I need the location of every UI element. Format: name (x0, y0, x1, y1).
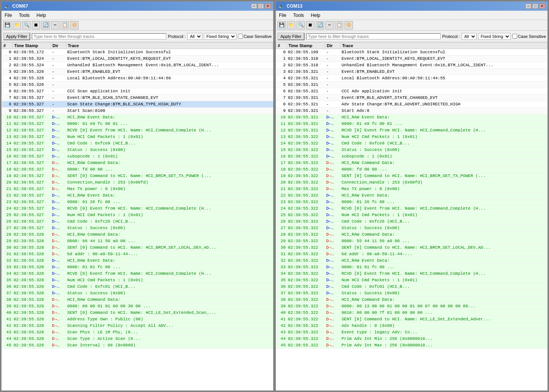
table-row[interactable]: 4102:39:55.322D→…SENT [0] Command to HCI… (276, 316, 547, 323)
case-sensitive-checkbox[interactable] (238, 34, 243, 39)
table-row[interactable]: 1802:39:55.327D→… 0000: fd 00 00 ... (2, 166, 273, 173)
toolbar-icon-2[interactable]: 🔍 (297, 21, 305, 30)
table-row[interactable]: 1202:39:55.321D←…RCVD [0] Event from HCI… (276, 127, 547, 134)
table-row[interactable]: 4002:39:55.322D→… 0010: 00 00 00 7f 01 0… (276, 310, 547, 316)
table-row[interactable]: 3502:39:55.328D←… Num HCI Cmd Packets : … (2, 277, 273, 284)
table-row[interactable]: 102:39:55.318-Event:BTM_LOCAL_IDENTITY_K… (276, 56, 547, 62)
case-sensitive-label[interactable]: Case Sensitive (238, 34, 272, 39)
table-row[interactable]: 202:39:55.324-Unhandled Bluetooth Manage… (2, 62, 273, 69)
table-row[interactable]: 3502:39:55.322D←… Num HCI Cmd Packets : … (276, 277, 547, 284)
table-row[interactable]: 2902:39:55.322D→… 0000: 55 44 11 50 a0 0… (276, 238, 547, 244)
table-row[interactable]: 902:39:55.321-Start Adv:0 (276, 108, 547, 114)
table-row[interactable]: 4402:39:55.328D→… Scan Type : Active Sca… (2, 336, 273, 342)
table-row[interactable]: 2602:39:55.327D←… Cmd Code : 0xfc26 (HCI… (2, 218, 273, 225)
table-row[interactable]: 2902:39:55.328D→… 0000: 66 44 11 50 a0 0… (2, 238, 273, 244)
toolbar-icon-6[interactable]: 📋 (335, 21, 343, 30)
table-row[interactable]: 1402:39:55.322D←… Cmd Code : 0xfce9 (HCI… (276, 140, 547, 147)
table-row[interactable]: 2402:39:55.322D←…RCVD [0] Event from HCI… (276, 205, 547, 212)
table-row[interactable]: 4002:39:55.328D→…SENT [0] Command to HCI… (2, 310, 273, 316)
table-row[interactable]: 3202:39:55.322D←…HCI_RAW Event Data: (276, 258, 547, 264)
filter-input[interactable] (32, 33, 166, 39)
table-row[interactable]: 2802:39:55.322D→…HCI_RAW Command Data: (276, 231, 547, 238)
menu-help[interactable]: Help (35, 12, 48, 18)
table-row[interactable]: 1902:39:55.327D→…SENT [0] Command to HCI… (2, 173, 273, 179)
toolbar-icon-0[interactable]: 💾 (3, 21, 11, 30)
table-row[interactable]: 1402:39:55.327D←… Cmd Code : 0xfce9 (HCI… (2, 140, 273, 147)
table-row[interactable]: 4202:39:55.322D→… Adv handle : 0 (0x00) (276, 323, 547, 329)
table-row[interactable]: 3302:39:55.322D←… 0000: 01 01 fc 00 ... (276, 264, 547, 271)
table-row[interactable]: 4302:39:55.322D→… Event type : legacy Ad… (276, 329, 547, 336)
table-row[interactable]: 2302:39:55.322D←… 0000: 01 26 fc 00 ... (276, 199, 547, 205)
apply-filter-button[interactable]: Apply Filter (277, 33, 305, 40)
table-row[interactable]: 2002:39:55.327D→… Connection_Handle : 25… (2, 179, 273, 186)
filter-input[interactable] (306, 33, 441, 39)
table-row[interactable]: 1102:39:55.321D←… 0000: 01 e9 fc 00 01 .… (276, 121, 547, 127)
table-row[interactable]: 4102:39:55.328D→… Address Type Own : Pub… (2, 316, 273, 323)
table-row[interactable]: 2102:39:55.327D→… Max TX power : 0 (0x00… (2, 186, 273, 192)
table-row[interactable]: 4502:39:55.328D→… Scan Interval : 96 (0x… (2, 342, 273, 349)
table-row[interactable]: 3202:39:55.328D←…HCI_RAW Event Data: (2, 258, 273, 264)
table-row[interactable]: 3902:39:55.322D→… 0000: 00 13 00 00 01 0… (276, 303, 547, 310)
table-row[interactable]: 502:39:55.326- (2, 82, 273, 88)
table-row[interactable]: 3902:39:55.328D→… 0000: 00 00 01 01 60 0… (2, 303, 273, 310)
table-row[interactable]: 2102:39:55.322D→… Max TX power : 0 (0x00… (276, 186, 547, 192)
close-button[interactable]: ✕ (265, 3, 271, 9)
table-row[interactable]: 402:39:55.326-Local Bluetooth Address:00… (2, 75, 273, 82)
table-row[interactable]: 4302:39:55.328D→… Scan Phys : LE 1M Phy,… (2, 329, 273, 336)
table-row[interactable]: 002:39:55.199-Bluetooth Stack Initializa… (276, 49, 547, 56)
table-row[interactable]: 502:39:55.321- (276, 82, 547, 88)
table-row[interactable]: 3002:39:55.322D→…SENT [0] Command to HCI… (276, 244, 547, 251)
table-row[interactable]: 4202:39:55.328D→… Scanning Filter Policy… (2, 323, 273, 329)
table-row[interactable]: 3802:39:55.328D→…HCI_RAW Command Data: (2, 297, 273, 303)
protocol-select[interactable]: All (187, 33, 202, 40)
apply-filter-button[interactable]: Apply Filter (3, 33, 30, 40)
toolbar-icon-5[interactable]: ✂️ (51, 21, 59, 30)
table-row[interactable]: 1802:39:55.322D→… 0000: fd 00 00 ... (276, 166, 547, 173)
table-row[interactable]: 2702:39:55.327D←… Status : Success (0x00… (2, 225, 273, 231)
table-row[interactable]: 2202:39:55.327D←…HCI_RAW Event Data: (2, 192, 273, 199)
table-row[interactable]: 302:39:55.321-Event:BTM_ENABLED_EVT (276, 69, 547, 75)
table-row[interactable]: 2802:39:55.328D→…HCI_RAW Command Data: (2, 231, 273, 238)
table-row[interactable]: 1602:39:55.327D←… subopcode : 1 (0x01) (2, 153, 273, 160)
minimize-button[interactable]: − (251, 3, 257, 9)
case-sensitive-checkbox[interactable] (512, 34, 517, 39)
maximize-button[interactable]: □ (532, 3, 538, 9)
menu-tools[interactable]: Tools (292, 12, 305, 18)
table-row[interactable]: 1002:39:55.327D←…HCI_RAW Event Data: (2, 114, 273, 121)
table-row[interactable]: 2702:39:55.322D←… Status : Success (0x00… (276, 225, 547, 231)
toolbar-icon-7[interactable]: 🔆 (344, 21, 353, 30)
table-row[interactable]: 1502:39:55.327D←… Status : Success (0x00… (2, 147, 273, 153)
toolbar-icon-2[interactable]: 🔍 (22, 21, 31, 30)
table-row[interactable]: 302:39:55.326-Event:BTM_ENABLED_EVT (2, 69, 273, 75)
toolbar-icon-4[interactable]: 🔄 (316, 21, 324, 30)
toolbar-icon-1[interactable]: 📁 (287, 21, 295, 30)
table-row[interactable]: 1302:39:55.327D←… Num HCI Cmd Packets : … (2, 134, 273, 140)
table-row[interactable]: 2602:39:55.322D←… Cmd Code : 0xfc26 (HCI… (276, 218, 547, 225)
toolbar-icon-5[interactable]: ✂️ (325, 21, 334, 30)
table-row[interactable]: 1902:39:55.322D→…SENT [0] Command to HCI… (276, 173, 547, 179)
toolbar-icon-4[interactable]: 🔄 (41, 21, 50, 30)
table-row[interactable]: 2502:39:55.327D←… Num HCI Cmd Packets : … (2, 212, 273, 218)
table-row[interactable]: 002:39:55.172-Bluetooth Stack Initializa… (2, 49, 273, 56)
fixed-string-select[interactable]: Fixed String (478, 33, 511, 40)
minimize-button[interactable]: − (525, 3, 531, 9)
table-row[interactable]: 3602:39:55.322D←… Cmd Code : 0xfc01 (HCI… (276, 284, 547, 290)
toolbar-icon-1[interactable]: 📁 (13, 21, 21, 30)
table-row[interactable]: 202:39:55.318-Unhandled Bluetooth Manage… (276, 62, 547, 69)
table-row[interactable]: 3102:39:55.328D→… bd addr : 00-a0-50-11-… (2, 251, 273, 258)
toolbar-icon-3[interactable]: ⏹ (306, 21, 315, 30)
table-row[interactable]: 4402:39:55.322D→… Prim Adv Int Min : 256… (276, 336, 547, 342)
table-row[interactable]: 1702:39:55.327D→…HCI_RAW Command Data: (2, 160, 273, 166)
table-row[interactable]: 1502:39:55.322D←… Status : Success (0x00… (276, 147, 547, 153)
maximize-button[interactable]: □ (258, 3, 264, 9)
table-row[interactable]: 3602:39:55.328D←… Cmd Code : 0xfc01 (HCI… (2, 284, 273, 290)
toolbar-icon-3[interactable]: ⏹ (32, 21, 40, 30)
table-row[interactable]: 902:39:55.327-Start Scan:8100 (2, 108, 273, 114)
table-row[interactable]: 3402:39:55.328D←…RCVD [0] Event from HCI… (2, 271, 273, 277)
table-row[interactable]: 702:39:55.321-Event:BTM_BLE_ADVERT_STATE… (276, 95, 547, 101)
table-row[interactable]: 1202:39:55.327D←…RCVD [0] Event from HCI… (2, 127, 273, 134)
case-sensitive-label[interactable]: Case Sensitive (512, 34, 546, 39)
table-row[interactable]: 4502:39:55.322D→… Prim Adv Int Max : 256… (276, 342, 547, 349)
table-row[interactable]: 2202:39:55.322D←…HCI_RAW Event Data: (276, 192, 547, 199)
protocol-select[interactable]: All (462, 33, 477, 40)
